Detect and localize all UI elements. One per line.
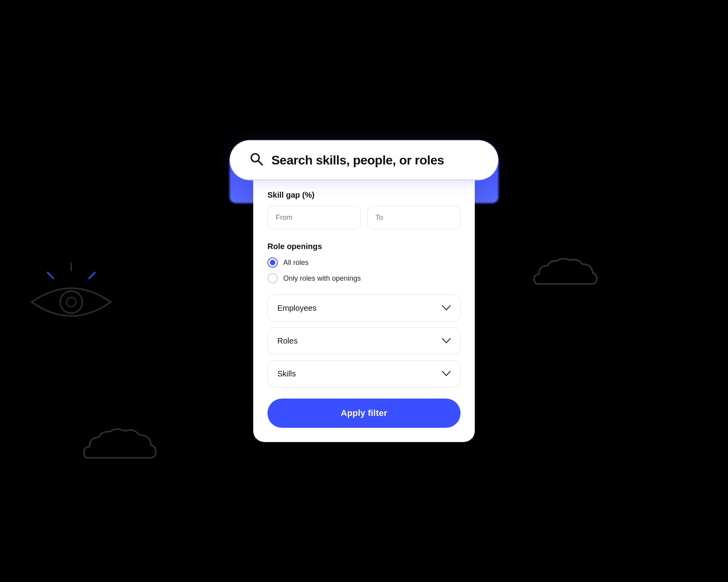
decorative-eye (24, 263, 119, 334)
skill-gap-label: Skill gap (%) (267, 191, 461, 200)
role-openings-section: Role openings All roles Only roles with … (267, 242, 461, 283)
skills-dropdown-label: Skills (277, 369, 296, 378)
dropdowns-section: Employees Roles Skills (267, 295, 461, 387)
decorative-cloud-bottom-left (79, 426, 166, 466)
apply-filter-button[interactable]: Apply filter (267, 399, 461, 428)
roles-chevron-icon (442, 336, 451, 346)
roles-dropdown-label: Roles (277, 336, 298, 346)
radio-option-all-roles[interactable]: All roles (267, 257, 461, 268)
radio-label-only-openings: Only roles with openings (283, 274, 361, 283)
svg-point-3 (60, 291, 82, 313)
skill-gap-from-input[interactable] (267, 206, 361, 229)
search-placeholder-text: Search skills, people, or roles (271, 153, 444, 168)
svg-point-4 (66, 297, 76, 307)
search-bar[interactable]: Search skills, people, or roles (229, 140, 499, 180)
decorative-cloud-top-right (530, 256, 601, 292)
radio-group: All roles Only roles with openings (267, 257, 461, 283)
skills-dropdown[interactable]: Skills (267, 360, 461, 387)
skill-gap-row (267, 206, 461, 229)
skill-gap-to-input[interactable] (367, 206, 461, 229)
skill-gap-section: Skill gap (%) (267, 191, 461, 229)
filter-panel: Skill gap (%) Role openings All roles On… (253, 168, 475, 442)
svg-line-6 (258, 161, 262, 165)
radio-button-all-roles[interactable] (267, 257, 278, 268)
employees-chevron-icon (442, 304, 451, 313)
main-container: Search skills, people, or roles Skill ga… (229, 140, 499, 442)
skills-chevron-icon (442, 369, 451, 378)
radio-label-all-roles: All roles (283, 259, 309, 267)
svg-line-2 (89, 272, 95, 278)
roles-dropdown[interactable]: Roles (267, 327, 461, 355)
svg-line-1 (47, 272, 53, 278)
role-openings-label: Role openings (267, 242, 461, 251)
radio-option-only-openings[interactable]: Only roles with openings (267, 273, 461, 283)
search-icon (249, 152, 264, 168)
radio-button-only-openings[interactable] (267, 273, 278, 283)
employees-dropdown[interactable]: Employees (267, 295, 461, 322)
employees-dropdown-label: Employees (277, 304, 317, 313)
